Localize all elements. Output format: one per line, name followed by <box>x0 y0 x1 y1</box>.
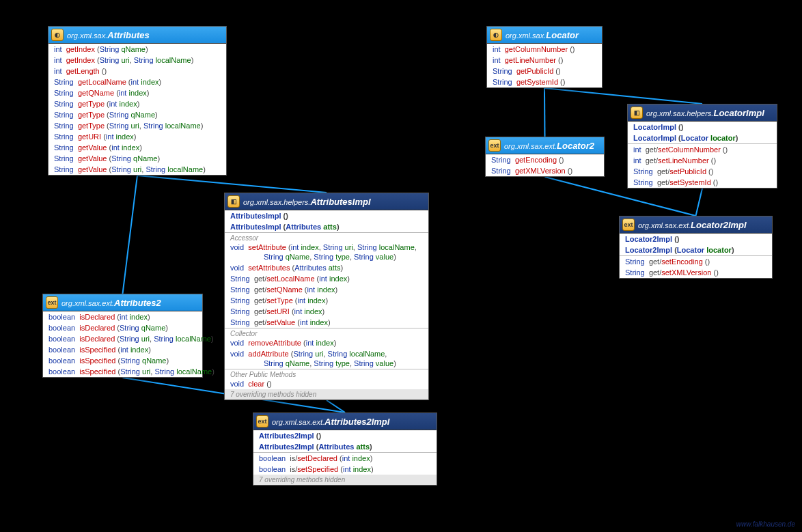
constructor-row: LocatorImpl () <box>628 122 777 132</box>
class-icon: ◧ <box>227 195 240 208</box>
class-attributes[interactable]: ◐ org.xml.sax.Attributes int getIndex (S… <box>48 26 227 176</box>
constructor-row: AttributesImpl () <box>225 210 428 221</box>
class-locator-impl[interactable]: ◧ org.xml.sax.helpers.LocatorImpl Locato… <box>627 104 777 188</box>
interface-icon: ◐ <box>51 29 64 41</box>
titlebar: ext org.xml.sax.ext.Locator2Impl <box>620 216 772 234</box>
method-row: String get/setXMLVersion () <box>620 267 772 278</box>
package-label: org.xml.sax. <box>506 31 546 40</box>
method-row: String getURI (int index) <box>49 131 226 142</box>
members: LocatorImpl ()LocatorImpl (Locator locat… <box>628 122 777 188</box>
method-row: int get/setColumnNumber () <box>628 144 777 155</box>
class-attributes2[interactable]: ext org.xml.sax.ext.Attributes2 boolean … <box>42 294 203 378</box>
method-row: void setAttribute (int index, String uri… <box>225 242 428 262</box>
svg-line-4 <box>544 88 545 137</box>
method-row: String getLocalName (int index) <box>49 76 226 87</box>
class-locator2[interactable]: ext org.xml.sax.ext.Locator2 String getE… <box>485 137 605 177</box>
section-label: Accessor <box>225 233 428 242</box>
members: Attributes2Impl ()Attributes2Impl (Attri… <box>253 430 437 485</box>
class-name: Locator2 <box>557 141 594 151</box>
method-row: String get/setQName (int index) <box>225 284 428 295</box>
method-row: String getSystemId () <box>487 76 602 87</box>
members: int getColumnNumber ()int getLineNumber … <box>487 44 602 87</box>
method-row: boolean isDeclared (String uri, String l… <box>43 333 202 344</box>
svg-line-5 <box>544 88 702 104</box>
class-name: Attributes2Impl <box>324 417 389 427</box>
section-label: Collector <box>225 328 428 337</box>
constructor-row: Attributes2Impl () <box>253 430 437 441</box>
class-name: Attributes <box>107 30 149 40</box>
method-row: String getType (String uri, String local… <box>49 120 226 131</box>
package-label: org.xml.sax.helpers. <box>243 198 310 206</box>
svg-line-3 <box>327 400 345 412</box>
svg-line-1 <box>137 176 327 193</box>
method-row: boolean is/setSpecified (int index) <box>253 464 437 475</box>
class-locator2-impl[interactable]: ext org.xml.sax.ext.Locator2Impl Locator… <box>619 216 773 279</box>
package-label: org.xml.sax.ext. <box>504 142 557 150</box>
method-row: int getColumnNumber () <box>487 44 602 55</box>
constructor-row: AttributesImpl (Attributes atts) <box>225 221 428 232</box>
package-label: org.xml.sax.ext. <box>638 221 691 229</box>
titlebar: ◐ org.xml.sax.Attributes <box>49 27 226 44</box>
package-label: org.xml.sax. <box>67 31 107 40</box>
method-row: void removeAttribute (int index) <box>225 337 428 348</box>
method-row: String getType (String qName) <box>49 109 226 120</box>
svg-line-0 <box>123 176 138 294</box>
method-row: String getEncoding () <box>486 154 604 165</box>
titlebar: ◧ org.xml.sax.helpers.AttributesImpl <box>225 193 428 210</box>
ext-class-icon: ext <box>256 415 268 428</box>
method-row: boolean isSpecified (int index) <box>43 344 202 355</box>
ext-interface-icon: ext <box>488 139 501 152</box>
titlebar: ◐ org.xml.sax.Locator <box>487 27 602 44</box>
class-icon: ◧ <box>631 107 643 119</box>
method-row: String get/setEncoding () <box>620 256 772 267</box>
titlebar: ◧ org.xml.sax.helpers.LocatorImpl <box>628 104 777 122</box>
method-row: String get/setPublicId () <box>628 166 777 177</box>
method-row: void setAttributes (Attributes atts) <box>225 262 428 273</box>
method-row: String get/setLocalName (int index) <box>225 273 428 284</box>
method-row: void addAttribute (String uri, String lo… <box>225 348 428 369</box>
constructor-row: Locator2Impl (Locator locator) <box>620 244 772 255</box>
package-label: org.xml.sax.ext. <box>272 418 324 426</box>
members: AttributesImpl ()AttributesImpl (Attribu… <box>225 210 428 400</box>
hidden-methods-note: 7 overriding methods hidden <box>225 389 428 400</box>
method-row: String get/setURI (int index) <box>225 306 428 317</box>
class-attributes2-impl[interactable]: ext org.xml.sax.ext.Attributes2Impl Attr… <box>253 412 437 486</box>
method-row: String get/setValue (int index) <box>225 317 428 328</box>
method-row: boolean isDeclared (String qName) <box>43 322 202 333</box>
class-name: Locator <box>546 30 579 40</box>
method-row: String getQName (int index) <box>49 87 226 98</box>
method-row: String getValue (int index) <box>49 142 226 153</box>
method-row: boolean isSpecified (String uri, String … <box>43 366 202 377</box>
titlebar: ext org.xml.sax.ext.Attributes2 <box>43 294 202 311</box>
method-row: boolean isSpecified (String qName) <box>43 355 202 366</box>
package-label: org.xml.sax.ext. <box>61 299 114 307</box>
method-row: int getIndex (String qName) <box>49 44 226 55</box>
diagram-canvas: { "watermark": "www.falkhausen.de", "ico… <box>0 0 802 532</box>
method-row: String getPublicId () <box>487 66 602 76</box>
members: Locator2Impl ()Locator2Impl (Locator loc… <box>620 234 772 278</box>
method-row: String getType (int index) <box>49 98 226 109</box>
method-row: String get/setSystemId () <box>628 177 777 188</box>
method-row: int getLength () <box>49 66 226 76</box>
class-attributes-impl[interactable]: ◧ org.xml.sax.helpers.AttributesImpl Att… <box>224 193 429 400</box>
class-name: Locator2Impl <box>691 220 747 230</box>
titlebar: ext org.xml.sax.ext.Locator2 <box>486 137 604 154</box>
method-row: String getValue (String qName) <box>49 153 226 164</box>
titlebar: ext org.xml.sax.ext.Attributes2Impl <box>253 413 437 430</box>
svg-line-7 <box>696 188 703 216</box>
section-label: Other Public Methods <box>225 369 428 378</box>
method-row: String get/setType (int index) <box>225 295 428 306</box>
members: int getIndex (String qName)int getIndex … <box>49 44 226 175</box>
method-row: String getXMLVersion () <box>486 165 604 176</box>
members: boolean isDeclared (int index)boolean is… <box>43 311 202 377</box>
class-name: Attributes2 <box>114 298 161 308</box>
class-locator[interactable]: ◐ org.xml.sax.Locator int getColumnNumbe… <box>486 26 603 88</box>
method-row: int getLineNumber () <box>487 55 602 66</box>
class-name: LocatorImpl <box>713 108 764 118</box>
ext-class-icon: ext <box>622 219 635 231</box>
constructor-row: Locator2Impl () <box>620 234 772 244</box>
method-row: int get/setLineNumber () <box>628 155 777 166</box>
watermark-link[interactable]: www.falkhausen.de <box>736 520 795 528</box>
constructor-row: LocatorImpl (Locator locator) <box>628 132 777 143</box>
method-row: int getIndex (String uri, String localNa… <box>49 55 226 66</box>
